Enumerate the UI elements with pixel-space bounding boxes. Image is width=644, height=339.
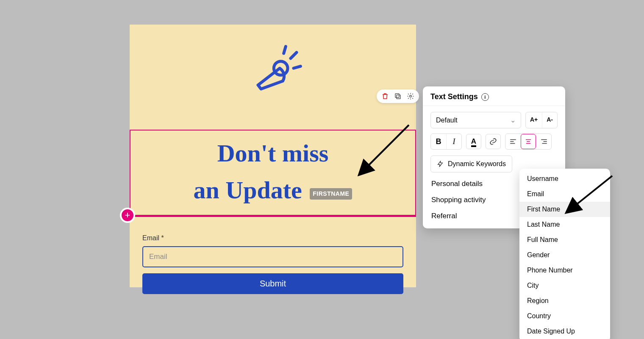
submenu-item-email[interactable]: Email [519, 186, 610, 202]
bold-button[interactable]: B [431, 134, 446, 149]
submenu-item-phone-number[interactable]: Phone Number [519, 263, 610, 278]
text-color-button[interactable]: A [466, 134, 481, 149]
delete-icon[interactable] [381, 92, 389, 100]
category-label: Referral [431, 212, 457, 220]
svg-rect-4 [397, 95, 400, 99]
submenu-item-first-name[interactable]: First Name [519, 202, 610, 217]
svg-line-2 [294, 66, 300, 68]
svg-line-1 [291, 53, 297, 58]
email-label: Email * [142, 234, 403, 242]
category-label: Personal details [431, 180, 483, 188]
svg-point-6 [410, 95, 412, 97]
dynamic-keywords-button[interactable]: Dynamic Keywords [430, 156, 512, 172]
dynamic-keywords-label: Dynamic Keywords [448, 160, 506, 168]
duplicate-icon[interactable] [394, 92, 402, 100]
submenu-item-last-name[interactable]: Last Name [519, 217, 610, 232]
headline-selection[interactable]: Don't miss an Update FIRSTNAME [130, 130, 416, 217]
submenu-item-city[interactable]: City [519, 278, 610, 293]
submenu-item-gender[interactable]: Gender [519, 247, 610, 263]
lightning-icon [437, 161, 444, 167]
headline-text: Don't miss an Update FIRSTNAME [130, 135, 415, 208]
add-block-button[interactable]: + [120, 208, 135, 223]
font-size-increase[interactable]: A+ [526, 112, 542, 128]
settings-gear-icon[interactable] [406, 92, 415, 100]
font-size-group: A+ A- [525, 112, 558, 128]
form-canvas: Don't miss an Update FIRSTNAME + Email *… [130, 25, 416, 287]
font-family-select[interactable]: Default ⌄ [430, 112, 521, 128]
text-settings-header: Text Settings i [423, 86, 565, 106]
font-family-value: Default [436, 117, 458, 124]
headline-line1: Don't miss [217, 139, 329, 167]
selection-bottom-edge [130, 215, 416, 217]
text-settings-title: Text Settings [430, 92, 478, 101]
category-label: Shopping activity [431, 196, 486, 204]
dynamic-token-firstname[interactable]: FIRSTNAME [310, 188, 352, 200]
element-mini-toolbar [377, 89, 419, 103]
submit-button[interactable]: Submit [142, 273, 403, 294]
submenu-item-region[interactable]: Region [519, 293, 610, 308]
submenu-item-date-signed-up[interactable]: Date Signed Up [519, 324, 610, 339]
italic-button[interactable]: I [446, 134, 461, 149]
svg-line-3 [284, 47, 286, 53]
email-input[interactable] [142, 246, 403, 267]
font-size-decrease[interactable]: A- [542, 112, 557, 128]
align-center-button[interactable] [521, 134, 536, 149]
submenu-item-full-name[interactable]: Full Name [519, 232, 610, 247]
headline-line2: an Update [194, 176, 302, 204]
align-left-button[interactable] [505, 134, 521, 149]
email-form: Email * Submit [142, 234, 403, 294]
megaphone-icon [243, 42, 303, 101]
align-right-button[interactable] [536, 134, 551, 149]
submenu-item-country[interactable]: Country [519, 308, 610, 324]
link-button[interactable] [486, 134, 501, 149]
chevron-down-icon: ⌄ [510, 116, 516, 124]
personal-details-submenu: Username Email First Name Last Name Full… [519, 169, 610, 339]
info-icon[interactable]: i [481, 93, 489, 101]
svg-rect-5 [395, 94, 399, 97]
submenu-item-username[interactable]: Username [519, 171, 610, 186]
